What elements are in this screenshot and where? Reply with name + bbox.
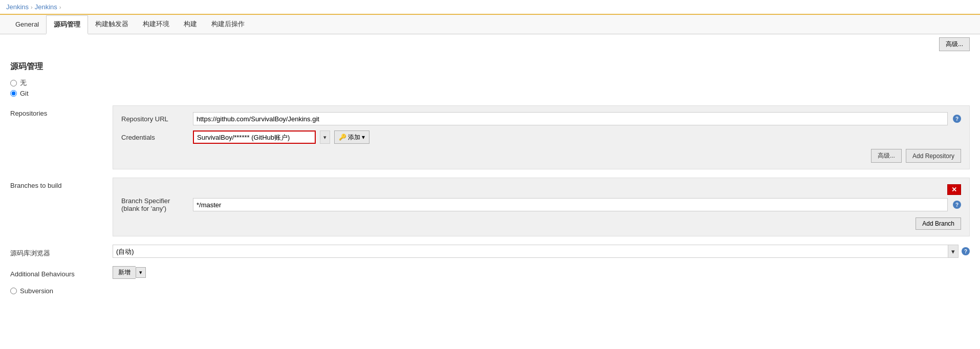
radio-none-row: 无 [10,78,970,88]
source-browser-select[interactable]: (自动) [113,245,948,258]
top-advanced-wrap: 高级... [0,34,980,51]
branch-specifier-label: Branch Specifier (blank for 'any') [121,197,188,212]
scm-radio-group: 无 Git [10,78,970,97]
add-credentials-button[interactable]: 🔑 添加 ▾ [334,130,369,144]
additional-behaviours-section: Additional Behaviours 新增 ▾ [10,266,970,279]
radio-git-label: Git [20,90,29,97]
tab-post-build[interactable]: 构建后操作 [204,15,252,34]
source-browser-label: 源码库浏览器 [10,245,113,258]
add-branch-button[interactable]: Add Branch [916,217,961,230]
tab-build-env[interactable]: 构建环境 [136,15,177,34]
credentials-label: Credentials [121,134,188,141]
remove-btn-wrap: ✕ [121,184,961,195]
credentials-select[interactable]: SurvivalBoy/****** (GitHub账户) [193,130,316,144]
remove-branch-button[interactable]: ✕ [947,184,961,195]
add-repository-button[interactable]: Add Repository [906,149,961,163]
repo-url-help-icon[interactable]: ? [953,115,961,123]
tab-build-triggers[interactable]: 构建触发器 [88,15,136,34]
key-icon: 🔑 [339,134,346,141]
radio-git[interactable] [10,90,17,97]
breadcrumb-jenkins-2[interactable]: Jenkins [35,3,57,11]
branch-specifier-help-icon[interactable]: ? [953,201,961,209]
new-btn-main[interactable]: 新增 [113,266,136,279]
top-advanced-button[interactable]: 高级... [939,37,970,51]
repositories-content: Repository URL ? Credentials SurvivalBoy… [113,105,970,169]
page-body: 源码管理 无 Git Repositories Repository URL [0,51,980,305]
add-label: 添加 [348,133,360,142]
subversion-row: Subversion [10,287,970,295]
credentials-row: Credentials SurvivalBoy/****** (GitHub账户… [121,130,961,144]
tab-source-control[interactable]: 源码管理 [46,15,88,34]
branches-section: Branches to build ✕ Branch Specifier (bl… [10,178,970,236]
radio-none-label: 无 [20,78,27,88]
source-browser-section: 源码库浏览器 (自动) ▾ ? [10,245,970,258]
breadcrumb-jenkins-1[interactable]: Jenkins [6,3,29,11]
branches-section-row: Branches to build ✕ Branch Specifier (bl… [10,178,970,236]
advanced-section-button[interactable]: 高级... [871,149,902,163]
tab-build[interactable]: 构建 [177,15,204,34]
source-browser-select-wrap: (自动) ▾ [113,245,959,258]
additional-behaviours-content: 新增 ▾ [113,266,146,279]
repositories-section-row: Repositories Repository URL ? Credential… [10,105,970,169]
breadcrumb-sep-2: › [59,4,61,10]
source-browser-help-icon[interactable]: ? [962,247,970,255]
branches-content: ✕ Branch Specifier (blank for 'any') ? A… [113,178,970,236]
source-browser-content: (自动) ▾ ? [113,245,970,258]
repo-url-input[interactable] [193,112,948,125]
breadcrumb: Jenkins › Jenkins › [0,0,980,15]
credentials-dropdown-arrow[interactable]: ▾ [320,130,330,144]
source-browser-arrow[interactable]: ▾ [948,245,959,258]
section-title: 源码管理 [10,61,970,72]
radio-none[interactable] [10,80,17,86]
subversion-label: Subversion [20,287,53,295]
repo-bottom-btns: 高级... Add Repository [121,149,961,163]
add-dropdown-arrow: ▾ [362,134,365,141]
repositories-label: Repositories [10,105,113,169]
radio-subversion[interactable] [10,288,17,294]
new-btn-wrap: 新增 ▾ [113,266,146,279]
repo-url-row: Repository URL ? [121,112,961,125]
tab-general[interactable]: General [8,16,46,33]
branch-bottom-btns: Add Branch [121,217,961,230]
credentials-select-wrap: SurvivalBoy/****** (GitHub账户) ▾ 🔑 添加 ▾ [193,130,369,144]
new-btn-dropdown[interactable]: ▾ [136,267,146,278]
repo-url-label: Repository URL [121,115,188,123]
radio-git-row: Git [10,90,970,97]
branch-specifier-input[interactable] [193,198,948,211]
branch-specifier-row: Branch Specifier (blank for 'any') ? [121,197,961,212]
additional-behaviours-label: Additional Behaviours [10,266,113,279]
branches-label: Branches to build [10,178,113,236]
tabs-bar: General 源码管理 构建触发器 构建环境 构建 构建后操作 [0,15,980,34]
breadcrumb-sep-1: › [31,4,33,10]
repositories-section: Repositories Repository URL ? Credential… [10,105,970,169]
